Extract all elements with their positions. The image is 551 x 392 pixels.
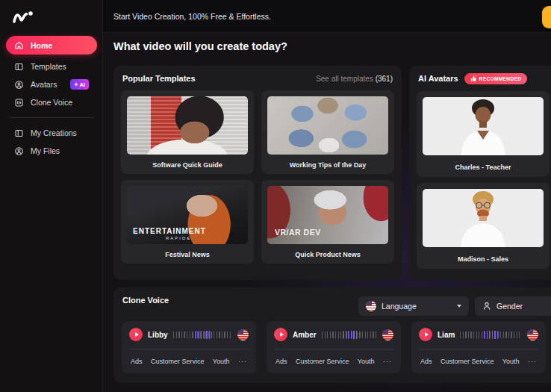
play-voice-button[interactable] xyxy=(419,328,432,341)
topbar: Start Video Creation, 100% Free & Effort… xyxy=(103,0,551,33)
template-label: Quick Product News xyxy=(264,251,391,258)
template-card-working-tips[interactable]: Working Tips of the Day xyxy=(261,90,394,174)
us-flag-icon xyxy=(366,301,376,311)
sidebar-item-templates[interactable]: Templates xyxy=(6,57,97,75)
voice-tag[interactable]: Customer Service xyxy=(151,358,205,365)
my-creations-icon xyxy=(14,128,24,138)
recommended-badge: RECOMMENDED xyxy=(464,73,528,84)
more-tags-button[interactable]: ··· xyxy=(383,358,392,365)
voice-waveform xyxy=(173,332,232,338)
sidebar: Home Templates Avatars AI xyxy=(0,0,103,392)
voice-tag[interactable]: Ads xyxy=(420,358,432,365)
sparkle-icon xyxy=(74,82,78,87)
templates-icon xyxy=(14,62,24,72)
template-label: Festival News xyxy=(124,251,251,258)
ai-badge-label: AI xyxy=(80,81,86,88)
divider xyxy=(274,349,393,349)
voice-tag[interactable]: Ads xyxy=(276,358,287,365)
upgrade-button[interactable] xyxy=(542,6,551,28)
voice-tag[interactable]: Customer Service xyxy=(441,358,494,365)
app-root: Home Templates Avatars AI xyxy=(0,0,551,392)
thumbnail-overlay-text: ENTERTAINMENT xyxy=(133,227,206,235)
popular-templates-header: Popular Templates See all templates (361… xyxy=(122,72,393,84)
template-thumbnail: ENTERTAINMENT RAPIDE xyxy=(127,186,248,244)
sidebar-item-label: My Files xyxy=(31,146,60,155)
voice-tag[interactable]: Customer Service xyxy=(296,358,349,365)
sidebar-item-label: My Creations xyxy=(31,128,77,137)
sidebar-item-label: Clone Voice xyxy=(31,98,72,107)
sidebar-divider xyxy=(9,117,94,118)
person-icon xyxy=(482,302,491,311)
promo-text: Start Video Creation, 100% Free & Effort… xyxy=(113,12,271,21)
sidebar-item-clone-voice[interactable]: Clone Voice xyxy=(6,93,97,111)
avatar-portrait xyxy=(423,97,544,155)
chevron-down-icon xyxy=(457,305,461,308)
voice-waveform xyxy=(322,332,377,338)
see-all-templates-link[interactable]: See all templates (361) xyxy=(316,75,393,83)
avatars-icon xyxy=(14,80,24,90)
voice-waveform xyxy=(460,332,522,338)
voice-name: Liam xyxy=(438,331,455,339)
sidebar-item-label: Templates xyxy=(31,62,66,71)
logo-wave-icon xyxy=(11,7,35,25)
play-voice-button[interactable] xyxy=(274,328,287,341)
section-title: Clone Voice xyxy=(122,296,169,305)
voice-tag[interactable]: Youth xyxy=(502,358,520,365)
sidebar-nav: Home Templates Avatars AI xyxy=(6,36,97,160)
sidebar-item-my-creations[interactable]: My Creations xyxy=(6,124,97,142)
sidebar-item-label: Avatars xyxy=(31,80,57,89)
sidebar-item-my-files[interactable]: My Files xyxy=(6,142,97,160)
page-title: What video will you create today? xyxy=(113,40,287,52)
gender-filter-label: Gender xyxy=(496,302,523,311)
template-card-software-quick-guide[interactable]: Software Quick Guide xyxy=(121,90,254,174)
language-filter-label: Language xyxy=(382,302,417,311)
avatar-label: Madison - Sales xyxy=(420,255,547,263)
us-flag-icon xyxy=(237,329,249,340)
template-thumbnail xyxy=(267,96,388,155)
sidebar-item-home[interactable]: Home xyxy=(6,36,97,55)
play-voice-button[interactable] xyxy=(129,328,143,341)
thumbs-up-icon xyxy=(470,75,477,82)
template-label: Software Quick Guide xyxy=(124,161,251,169)
see-all-label: See all templates xyxy=(316,75,373,83)
ai-feature-badge: AI xyxy=(70,79,90,90)
avatar-label: Charles - Teacher xyxy=(420,164,547,171)
gender-filter-dropdown[interactable]: Gender xyxy=(475,296,551,316)
divider xyxy=(129,349,249,349)
app-logo[interactable] xyxy=(11,7,35,25)
language-filter-dropdown[interactable]: Language xyxy=(358,296,469,316)
templates-count: (361) xyxy=(376,75,393,83)
voice-tag[interactable]: Ads xyxy=(131,358,143,365)
main-content: What video will you create today? Popula… xyxy=(103,33,551,392)
template-card-festival-news[interactable]: ENTERTAINMENT RAPIDE Festival News xyxy=(121,180,254,264)
us-flag-icon xyxy=(382,329,393,340)
voice-tag[interactable]: Youth xyxy=(358,358,375,365)
home-icon xyxy=(14,40,24,50)
clone-voice-icon xyxy=(14,98,24,108)
avatar-card-madison[interactable]: Madison - Sales xyxy=(417,183,550,269)
voice-tag[interactable]: Youth xyxy=(213,358,230,365)
sidebar-item-avatars[interactable]: Avatars AI xyxy=(6,75,97,93)
template-card-quick-product-news[interactable]: VR/AR DEV Quick Product News xyxy=(261,180,394,264)
voice-card-amber: Amber Ads Customer Service Youth ··· xyxy=(267,321,401,373)
more-tags-button[interactable]: ··· xyxy=(528,358,537,365)
ai-avatars-panel: AI Avatars RECOMMENDED xyxy=(409,66,551,280)
voice-card-liam: Liam Ads Customer Service Youth ··· xyxy=(411,321,546,373)
section-title: AI Avatars xyxy=(418,74,458,83)
thumbnail-overlay-subtext: RAPIDE xyxy=(166,236,191,240)
divider xyxy=(419,349,538,349)
recommended-label: RECOMMENDED xyxy=(479,76,522,81)
avatar-card-charles[interactable]: Charles - Teacher xyxy=(417,91,550,177)
template-thumbnail: VR/AR DEV xyxy=(267,186,388,244)
sidebar-item-label: Home xyxy=(31,41,52,50)
voice-card-libby: Libby Ads Customer Service Youth ··· xyxy=(122,321,256,373)
my-files-icon xyxy=(14,146,24,156)
clone-voice-panel: Clone Voice Language Gender Libby xyxy=(113,287,551,383)
template-label: Working Tips of the Day xyxy=(264,161,391,169)
ai-avatars-header: AI Avatars RECOMMENDED xyxy=(418,72,550,84)
voice-name: Libby xyxy=(148,331,168,339)
popular-templates-panel: Popular Templates See all templates (361… xyxy=(113,66,402,280)
more-tags-button[interactable]: ··· xyxy=(238,358,247,365)
us-flag-icon xyxy=(527,329,538,340)
template-thumbnail xyxy=(127,96,248,155)
